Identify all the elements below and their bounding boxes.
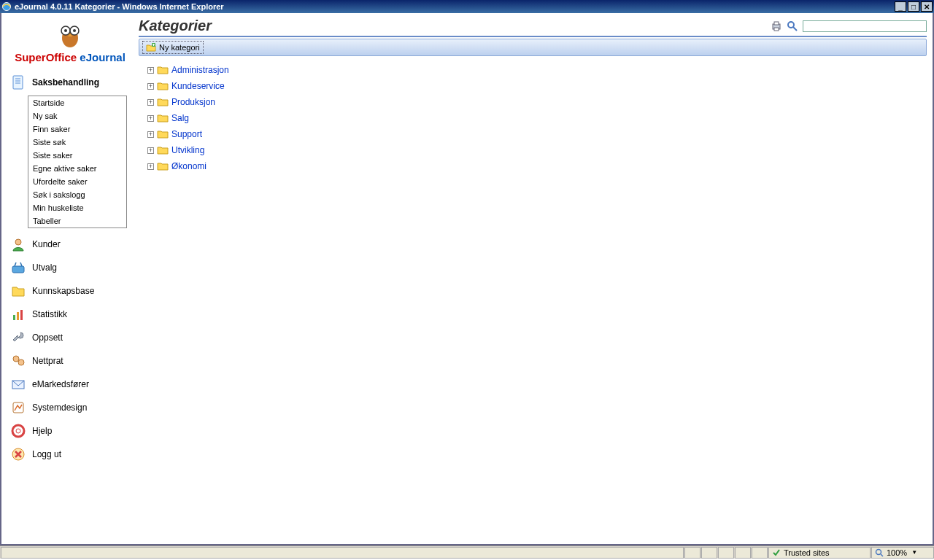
- page-title: Kategorier: [139, 18, 771, 34]
- expand-icon[interactable]: +: [147, 131, 154, 138]
- tree-item: + Support: [147, 126, 927, 142]
- nav-label: Saksbehandling: [32, 77, 99, 88]
- chevron-down-icon: ▼: [911, 549, 917, 556]
- tree-item: + Utvikling: [147, 142, 927, 158]
- tree-item: + Administrasjon: [147, 62, 927, 78]
- wrench-icon: [9, 329, 28, 346]
- nav-label: Statistikk: [32, 309, 67, 319]
- nav-label: Nettprat: [32, 356, 63, 366]
- status-cell: [718, 547, 734, 559]
- category-tree: + Administrasjon + Kundeservice + Produk…: [139, 62, 927, 174]
- folder-icon: [157, 129, 169, 139]
- submenu-startside[interactable]: Startside: [28, 96, 126, 109]
- print-icon[interactable]: [771, 20, 782, 32]
- submenu-sok-sakslogg[interactable]: Søk i sakslogg: [28, 188, 126, 201]
- nav-label: Hjelp: [32, 426, 52, 436]
- tree-label[interactable]: Utvikling: [171, 145, 204, 155]
- svg-rect-24: [774, 28, 779, 31]
- chart-icon: [9, 306, 28, 323]
- submenu-egne-aktive[interactable]: Egne aktive saker: [28, 162, 126, 175]
- svg-rect-13: [17, 312, 19, 320]
- document-icon: [9, 74, 28, 91]
- submenu-tabeller[interactable]: Tabeller: [28, 214, 126, 228]
- nav-utvalg[interactable]: Utvalg: [7, 256, 133, 279]
- submenu-siste-saker[interactable]: Siste saker: [28, 149, 126, 162]
- window-titlebar: eJournal 4.0.11 Kategorier - Windows Int…: [0, 0, 934, 13]
- tree-label[interactable]: Administrasjon: [171, 65, 229, 75]
- svg-point-20: [16, 429, 20, 433]
- expand-icon[interactable]: +: [147, 147, 154, 154]
- status-cell: [684, 547, 700, 559]
- folder-icon: [157, 161, 169, 171]
- expand-icon[interactable]: +: [147, 83, 154, 90]
- svg-line-26: [793, 27, 797, 31]
- submenu-finn-saker[interactable]: Finn saker: [28, 122, 126, 136]
- folder-icon: [157, 113, 169, 123]
- nav-oppsett[interactable]: Oppsett: [7, 326, 133, 349]
- nav-kunder[interactable]: Kunder: [7, 233, 133, 256]
- submenu-ufordelte[interactable]: Ufordelte saker: [28, 175, 126, 188]
- tree-label[interactable]: Økonomi: [171, 161, 207, 171]
- new-category-button[interactable]: Ny kategori: [142, 41, 204, 54]
- folder-icon: [157, 145, 169, 155]
- status-cell: [752, 547, 768, 559]
- tree-label[interactable]: Produksjon: [171, 97, 215, 107]
- submenu-ny-sak[interactable]: Ny sak: [28, 109, 126, 122]
- sidebar: SuperOffice eJournal Saksbehandling Star…: [1, 13, 133, 544]
- nav-label: eMarkedsfører: [32, 379, 89, 389]
- tree-label[interactable]: Kundeservice: [171, 81, 225, 91]
- main-panel: Kategorier Ny kategori +: [133, 13, 933, 544]
- folder-icon: [157, 97, 169, 107]
- nav-label: Systemdesign: [32, 402, 87, 413]
- window-title: eJournal 4.0.11 Kategorier - Windows Int…: [15, 2, 893, 11]
- svg-point-28: [876, 549, 881, 554]
- svg-rect-11: [12, 266, 24, 273]
- search-icon[interactable]: [787, 20, 798, 32]
- tree-label[interactable]: Salg: [171, 113, 189, 123]
- tree-label[interactable]: Support: [171, 129, 202, 139]
- submenu: Startside Ny sak Finn saker Siste søk Si…: [28, 96, 127, 228]
- expand-icon[interactable]: +: [147, 67, 154, 74]
- status-spacer: [1, 547, 684, 559]
- minimize-button[interactable]: _: [895, 1, 906, 12]
- status-cell: [735, 547, 751, 559]
- nav-hjelp[interactable]: Hjelp: [7, 419, 133, 443]
- svg-point-15: [13, 356, 19, 362]
- chat-icon: [9, 352, 28, 370]
- nav-label: Kunder: [32, 239, 61, 249]
- nav-emarkedsforer[interactable]: eMarkedsfører: [7, 373, 133, 396]
- statusbar: Trusted sites 100% ▼: [0, 545, 934, 559]
- logo-text: SuperOffice eJournal: [7, 51, 133, 63]
- logo: SuperOffice eJournal: [7, 16, 133, 71]
- submenu-huskeliste[interactable]: Min huskeliste: [28, 201, 126, 214]
- status-trusted-label: Trusted sites: [784, 548, 830, 557]
- tree-item: + Økonomi: [147, 158, 927, 174]
- svg-point-5: [73, 29, 76, 32]
- maximize-button[interactable]: □: [908, 1, 919, 12]
- nav-label: Oppsett: [32, 332, 63, 343]
- svg-rect-6: [13, 76, 23, 89]
- expand-icon[interactable]: +: [147, 163, 154, 170]
- expand-icon[interactable]: +: [147, 99, 154, 106]
- nav-systemdesign[interactable]: Systemdesign: [7, 396, 133, 419]
- tree-item: + Salg: [147, 110, 927, 126]
- status-zoom[interactable]: 100% ▼: [871, 547, 934, 559]
- nav-nettprat[interactable]: Nettprat: [7, 349, 133, 373]
- basket-icon: [9, 259, 28, 276]
- expand-icon[interactable]: +: [147, 115, 154, 122]
- person-icon: [9, 236, 28, 253]
- submenu-siste-sok[interactable]: Siste søk: [28, 136, 126, 149]
- close-button[interactable]: ✕: [921, 1, 933, 12]
- tree-item: + Kundeservice: [147, 78, 927, 94]
- nav-saksbehandling[interactable]: Saksbehandling: [7, 71, 133, 94]
- svg-point-10: [15, 239, 21, 245]
- logo-brand1: SuperOffice: [15, 51, 77, 63]
- nav-kunnskapsbase[interactable]: Kunnskapsbase: [7, 279, 133, 303]
- nav-statistikk[interactable]: Statistikk: [7, 303, 133, 326]
- toolbar: Ny kategori: [139, 39, 927, 56]
- nav-loggut[interactable]: Logg ut: [7, 443, 133, 466]
- ie-icon: [1, 1, 12, 12]
- svg-rect-18: [13, 402, 23, 413]
- search-input[interactable]: [803, 20, 927, 32]
- folder-icon: [157, 65, 169, 75]
